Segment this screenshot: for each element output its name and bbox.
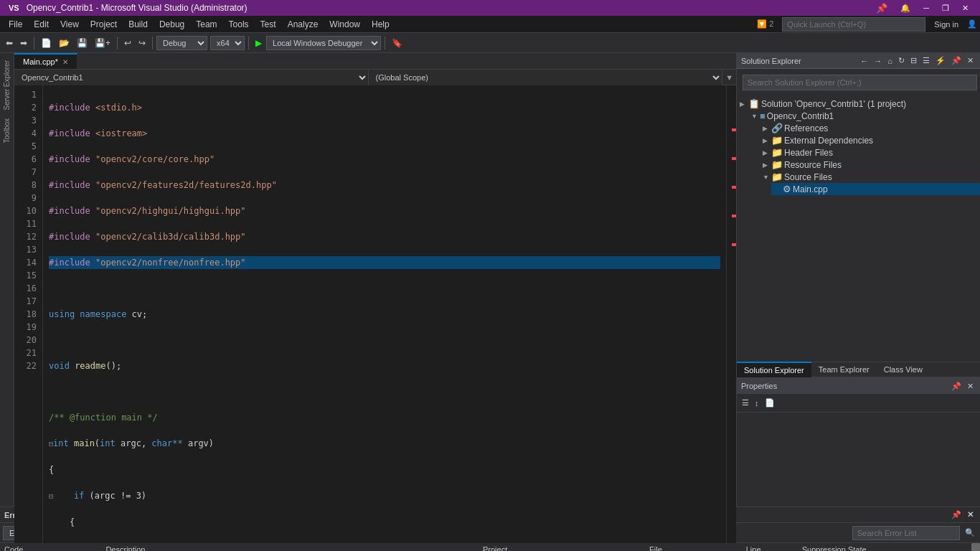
properties-close-btn[interactable]: ✕ bbox=[965, 381, 976, 392]
col-file[interactable]: File bbox=[645, 543, 742, 551]
se-home-btn[interactable]: ⌂ bbox=[885, 56, 895, 66]
code-content[interactable]: #include <stdio.h> #include <iostream> #… bbox=[43, 85, 726, 551]
nav-arrow-btn[interactable]: ▼ bbox=[722, 73, 736, 82]
main-cpp-icon: ⚙ bbox=[783, 184, 791, 194]
menu-help[interactable]: Help bbox=[366, 16, 395, 33]
back-btn[interactable]: ⬅ bbox=[3, 37, 16, 50]
error-panel-close-btn[interactable]: ✕ bbox=[965, 509, 976, 520]
project-arrow: ▼ bbox=[751, 113, 758, 120]
signin-link[interactable]: Sign in bbox=[928, 20, 964, 29]
notification-icon[interactable]: 🔔 bbox=[895, 0, 916, 16]
solution-node[interactable]: ▶ 📋 Solution 'Opencv_Contrib1' (1 projec… bbox=[737, 98, 980, 110]
redo-btn[interactable]: ↪ bbox=[136, 37, 149, 50]
main-cpp-tab[interactable]: Main.cpp* ✕ bbox=[14, 53, 77, 69]
menu-window[interactable]: Window bbox=[324, 16, 366, 33]
source-files-arrow: ▼ bbox=[763, 174, 770, 181]
se-forward-btn[interactable]: → bbox=[872, 56, 884, 66]
save-all-btn[interactable]: 💾+ bbox=[92, 37, 113, 50]
menu-file[interactable]: File bbox=[3, 16, 28, 33]
run-btn[interactable]: ▶ bbox=[253, 37, 265, 50]
properties-toolbar: ☰ ↕ 📄 bbox=[737, 394, 980, 413]
main-cpp-node[interactable]: ⚙ Main.cpp bbox=[771, 183, 980, 195]
prop-categorize-btn[interactable]: ☰ bbox=[740, 397, 751, 408]
pin-icon[interactable]: 📌 bbox=[870, 0, 893, 16]
solution-arrow: ▶ bbox=[740, 100, 747, 108]
menu-debug[interactable]: Debug bbox=[154, 16, 190, 33]
se-properties-btn[interactable]: ☰ bbox=[920, 55, 932, 66]
scroll-marker-2 bbox=[732, 157, 736, 160]
project-scope-dropdown[interactable]: Opencv_Contrib1 bbox=[14, 70, 369, 85]
se-collapse-btn[interactable]: ⊟ bbox=[908, 55, 919, 66]
menu-analyze[interactable]: Analyze bbox=[282, 16, 324, 33]
solution-icon: 📋 bbox=[748, 98, 760, 109]
error-search-icon: 🔍 bbox=[963, 528, 977, 537]
menu-edit[interactable]: Edit bbox=[28, 16, 55, 33]
toolbar-sep-3 bbox=[152, 37, 153, 50]
line-numbers: 12345 678910 1112131415 1617181920 2122 bbox=[14, 85, 43, 551]
resource-files-icon: 📁 bbox=[771, 159, 783, 170]
toolbox-label[interactable]: Toolbox bbox=[1, 114, 12, 147]
se-close-btn[interactable]: ✕ bbox=[965, 55, 976, 66]
new-file-btn[interactable]: 📄 bbox=[38, 37, 55, 50]
error-search-input[interactable] bbox=[852, 526, 960, 540]
close-button[interactable]: ✕ bbox=[956, 0, 974, 16]
references-node[interactable]: ▶ 🔗 References bbox=[760, 122, 980, 134]
col-code[interactable]: Code bbox=[0, 543, 101, 551]
server-explorer-label[interactable]: Server Explorer bbox=[1, 56, 12, 114]
se-pin-btn[interactable]: 📌 bbox=[949, 55, 963, 66]
restore-button[interactable]: ❐ bbox=[936, 0, 955, 16]
debugger-dropdown[interactable]: Local Windows Debugger bbox=[266, 36, 381, 50]
header-files-node[interactable]: ▶ 📁 Header Files bbox=[760, 146, 980, 159]
error-scrollbar[interactable] bbox=[971, 543, 980, 551]
se-filter-btn[interactable]: ⚡ bbox=[933, 55, 948, 66]
menu-build[interactable]: Build bbox=[123, 16, 154, 33]
search-container bbox=[737, 69, 980, 96]
solution-tree: ▶ 📋 Solution 'Opencv_Contrib1' (1 projec… bbox=[737, 96, 980, 362]
col-description[interactable]: Description bbox=[101, 543, 479, 551]
prop-sort-btn[interactable]: ↕ bbox=[753, 398, 761, 408]
team-explorer-tab[interactable]: Team Explorer bbox=[811, 362, 877, 377]
se-toolbar: ← → ⌂ ↻ ⊟ ☰ ⚡ 📌 ✕ bbox=[858, 55, 976, 66]
solution-label: Solution 'Opencv_Contrib1' (1 project) bbox=[761, 99, 906, 109]
se-refresh-btn[interactable]: ↻ bbox=[896, 55, 907, 66]
open-btn[interactable]: 📂 bbox=[56, 37, 72, 50]
solution-search-input[interactable] bbox=[743, 75, 977, 90]
col-line[interactable]: Line bbox=[742, 543, 798, 551]
forward-btn[interactable]: ➡ bbox=[17, 37, 30, 50]
menu-view[interactable]: View bbox=[55, 16, 85, 33]
col-suppression[interactable]: Suppression State bbox=[798, 543, 971, 551]
tab-close-btn[interactable]: ✕ bbox=[62, 58, 68, 66]
code-editor[interactable]: 12345 678910 1112131415 1617181920 2122 … bbox=[14, 85, 736, 551]
debug-config-dropdown[interactable]: Debug Release bbox=[156, 36, 207, 50]
resource-files-node[interactable]: ▶ 📁 Resource Files bbox=[760, 159, 980, 171]
undo-btn[interactable]: ↩ bbox=[121, 37, 134, 50]
error-table-scroll[interactable]: Code Description Project File Line Suppr… bbox=[0, 543, 971, 551]
prop-pages-btn[interactable]: 📄 bbox=[763, 397, 777, 408]
editor-nav: Opencv_Contrib1 (Global Scope) ▼ bbox=[14, 70, 736, 85]
minimize-button[interactable]: ─ bbox=[918, 0, 935, 16]
col-project[interactable]: Project bbox=[479, 543, 645, 551]
properties-pin-btn[interactable]: 📌 bbox=[949, 381, 963, 392]
menu-team[interactable]: Team bbox=[190, 16, 222, 33]
platform-dropdown[interactable]: x64 x86 bbox=[210, 36, 245, 50]
bookmark-btn[interactable]: 🔖 bbox=[389, 37, 405, 50]
quick-launch-input[interactable] bbox=[782, 17, 925, 32]
se-back-btn[interactable]: ← bbox=[858, 56, 870, 66]
global-scope-dropdown[interactable]: (Global Scope) bbox=[369, 70, 723, 85]
project-node[interactable]: ▼ ■ Opencv_Contrib1 bbox=[748, 110, 980, 122]
source-files-node[interactable]: ▼ 📁 Source Files bbox=[760, 171, 980, 183]
class-view-tab[interactable]: Class View bbox=[877, 362, 930, 377]
save-btn[interactable]: 💾 bbox=[74, 37, 90, 50]
menubar-right: 🔽 2 Sign in 👤 bbox=[757, 17, 977, 32]
editor-scrollbar[interactable] bbox=[726, 85, 736, 551]
toolbar-sep-1 bbox=[34, 37, 34, 50]
menu-test[interactable]: Test bbox=[255, 16, 282, 33]
menu-tools[interactable]: Tools bbox=[223, 16, 255, 33]
menu-project[interactable]: Project bbox=[85, 16, 123, 33]
references-icon: 🔗 bbox=[771, 123, 783, 133]
error-panel-pin-btn[interactable]: 📌 bbox=[949, 509, 963, 520]
header-files-arrow: ▶ bbox=[763, 149, 770, 156]
scroll-marker-1 bbox=[732, 128, 736, 131]
solution-explorer-tab[interactable]: Solution Explorer bbox=[737, 362, 811, 377]
external-deps-node[interactable]: ▶ 📁 External Dependencies bbox=[760, 134, 980, 146]
